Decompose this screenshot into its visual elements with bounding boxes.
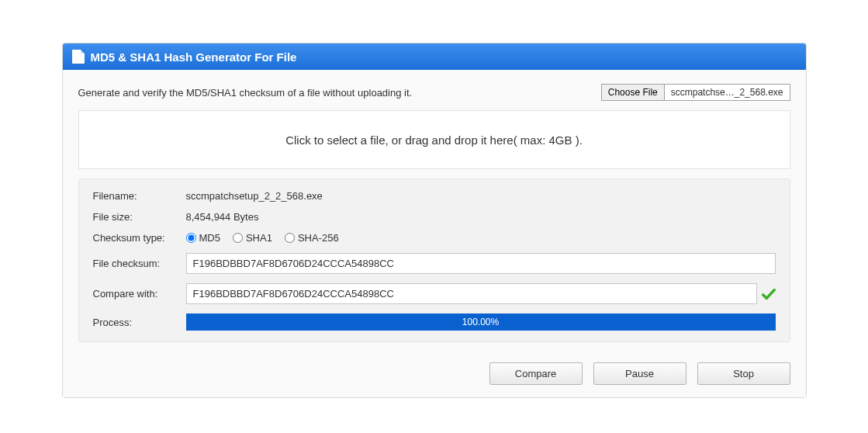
checksum-type-label: Checksum type:	[93, 232, 186, 244]
file-checksum-input[interactable]	[186, 253, 776, 274]
row-checksum-type: Checksum type: MD5 SHA1 SHA-256	[93, 232, 776, 244]
main-panel: MD5 & SHA1 Hash Generator For File Gener…	[62, 43, 807, 398]
row-file-checksum: File checksum:	[93, 253, 776, 274]
action-bar: Compare Pause Stop	[63, 352, 806, 397]
choose-file-button[interactable]: Choose File	[602, 85, 665, 100]
radio-sha1[interactable]: SHA1	[233, 232, 272, 244]
filename-value: sccmpatchsetup_2_2_568.exe	[186, 190, 323, 202]
file-icon	[72, 50, 85, 64]
compare-button[interactable]: Compare	[489, 362, 583, 385]
progress-text: 100.00%	[462, 317, 499, 327]
dropzone-text: Click to select a file, or drag and drop…	[285, 133, 583, 147]
panel-header: MD5 & SHA1 Hash Generator For File	[63, 43, 806, 70]
row-compare-with: Compare with:	[93, 283, 776, 304]
filesize-label: File size:	[93, 211, 186, 223]
pause-button[interactable]: Pause	[593, 362, 686, 385]
radio-sha1-label: SHA1	[246, 232, 272, 244]
panel-body: Generate and verify the MD5/SHA1 checksu…	[63, 70, 806, 352]
row-process: Process: 100.00%	[93, 313, 776, 331]
header-title: MD5 & SHA1 Hash Generator For File	[91, 50, 297, 64]
filename-label: Filename:	[93, 190, 186, 202]
checksum-type-radios: MD5 SHA1 SHA-256	[186, 232, 339, 244]
radio-md5-label: MD5	[199, 232, 220, 244]
details-box: Filename: sccmpatchsetup_2_2_568.exe Fil…	[78, 178, 790, 342]
radio-md5-input[interactable]	[186, 233, 196, 243]
dropzone[interactable]: Click to select a file, or drag and drop…	[78, 110, 790, 169]
progress-bar: 100.00%	[186, 313, 776, 331]
radio-sha256-label: SHA-256	[298, 232, 339, 244]
description-text: Generate and verify the MD5/SHA1 checksu…	[78, 87, 413, 99]
compare-with-input[interactable]	[186, 283, 757, 304]
row-filename: Filename: sccmpatchsetup_2_2_568.exe	[93, 190, 776, 202]
radio-sha256-input[interactable]	[285, 233, 295, 243]
file-checksum-label: File checksum:	[93, 258, 186, 269]
filesize-value: 8,454,944 Bytes	[186, 211, 259, 223]
top-row: Generate and verify the MD5/SHA1 checksu…	[78, 84, 790, 101]
radio-sha256[interactable]: SHA-256	[285, 232, 339, 244]
process-label: Process:	[93, 317, 186, 328]
row-filesize: File size: 8,454,944 Bytes	[93, 211, 776, 223]
chosen-filename: sccmpatchse…_2_568.exe	[665, 85, 790, 100]
radio-sha1-input[interactable]	[233, 233, 243, 243]
check-icon	[762, 287, 776, 301]
compare-with-label: Compare with:	[93, 288, 186, 300]
stop-button[interactable]: Stop	[697, 362, 790, 385]
file-picker: Choose File sccmpatchse…_2_568.exe	[601, 84, 790, 101]
radio-md5[interactable]: MD5	[186, 232, 220, 244]
